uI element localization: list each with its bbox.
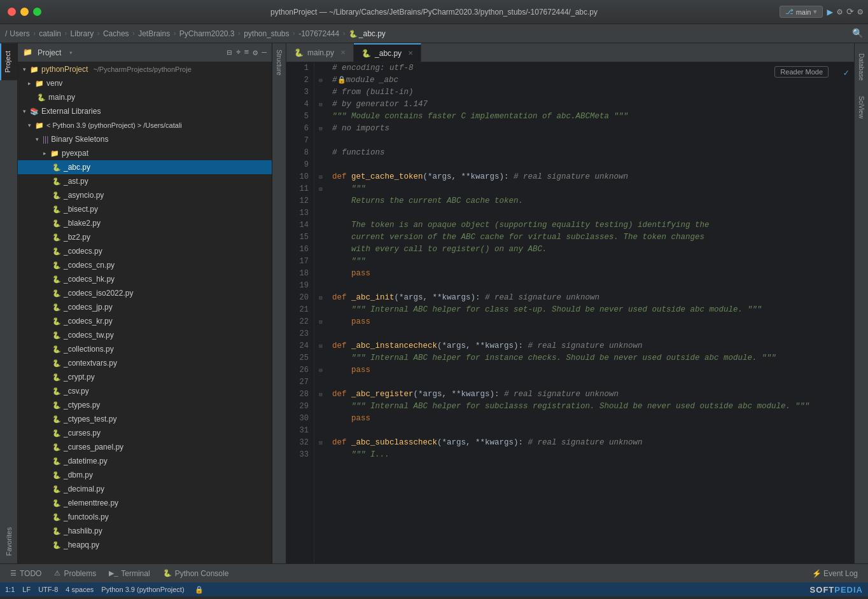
tree-item-venv[interactable]: ▸ 📁 venv: [18, 76, 272, 90]
tree-item-root[interactable]: ▾ 📁 pythonProject ~/PycharmProjects/pyth…: [18, 62, 272, 76]
event-log-tab[interactable]: ⚡ Event Log: [807, 567, 863, 581]
python-console-label: Python Console: [175, 569, 229, 578]
minimize-button[interactable]: [20, 8, 29, 16]
fold-line32[interactable]: ⊟: [319, 439, 322, 446]
reader-mode-button[interactable]: Reader Mode: [774, 66, 829, 78]
breadcrumb-stubs[interactable]: python_stubs: [244, 29, 289, 38]
build-button[interactable]: ⚙: [837, 6, 842, 17]
tree-item-dbm-py[interactable]: 🐍 _dbm.py: [18, 468, 272, 482]
fold-line10[interactable]: ⊟: [319, 174, 322, 181]
breadcrumb-pycharm[interactable]: PyCharm2020.3: [179, 29, 235, 38]
tree-item-datetime-py[interactable]: 🐍 _datetime.py: [18, 454, 272, 468]
tree-item-asyncio-py[interactable]: 🐍 _asyncio.py: [18, 188, 272, 202]
tab-close-abc[interactable]: ✕: [408, 50, 413, 57]
breadcrumb-jetbrains[interactable]: JetBrains: [138, 29, 170, 38]
breadcrumb-catalin[interactable]: catalin: [39, 29, 61, 38]
project-panel-tab[interactable]: Project: [0, 43, 17, 80]
window-controls[interactable]: [8, 8, 41, 16]
tree-item-bisect-py[interactable]: 🐍 _bisect.py: [18, 202, 272, 216]
tree-item-codecs-py[interactable]: 🐍 _codecs.py: [18, 244, 272, 258]
tree-item-python39[interactable]: ▾ 📁 < Python 3.9 (pythonProject) > /User…: [18, 118, 272, 132]
location-icon[interactable]: ⌖: [236, 48, 241, 58]
fold-line11[interactable]: ⊟: [319, 186, 322, 193]
tree-item-curses-py[interactable]: 🐍 _curses.py: [18, 426, 272, 440]
filter-icon[interactable]: ≡: [244, 48, 249, 58]
code-line-13: [332, 207, 849, 219]
python-console-tab[interactable]: 🐍 Python Console: [158, 567, 234, 581]
tree-item-contextvars-py[interactable]: 🐍 _contextvars.py: [18, 356, 272, 370]
fold-line22[interactable]: ⊟: [319, 319, 322, 326]
tree-item-bz2-py[interactable]: 🐍 _bz2.py: [18, 230, 272, 244]
tree-item-ctypes-py[interactable]: 🐍 _ctypes.py: [18, 398, 272, 412]
update-button[interactable]: ⟳: [846, 6, 854, 17]
breadcrumb-caches[interactable]: Caches: [103, 29, 129, 38]
tree-item-codecs-jp-py[interactable]: 🐍 _codecs_jp.py: [18, 300, 272, 314]
fold-line6[interactable]: ⊟: [319, 125, 322, 132]
project-title: Project: [38, 48, 61, 57]
tab-close-main[interactable]: ✕: [340, 49, 346, 56]
breadcrumb-file[interactable]: 🐍_abc.py: [349, 29, 386, 38]
collapse-all-icon[interactable]: ⊟: [227, 48, 232, 58]
tree-item-blake2-py[interactable]: 🐍 _blake2.py: [18, 216, 272, 230]
tree-item-curses-panel-py[interactable]: 🐍 _curses_panel.py: [18, 440, 272, 454]
settings-button[interactable]: ⚙: [858, 6, 863, 17]
code-line-24: def _abc_instancecheck(*args, **kwargs):…: [332, 340, 849, 352]
tab-main-py[interactable]: 🐍 main.py ✕: [286, 43, 354, 62]
fold-line2[interactable]: ⊟: [319, 77, 322, 84]
breadcrumb-users[interactable]: Users: [10, 29, 29, 38]
fold-line28[interactable]: ⊟: [319, 391, 322, 398]
tree-item-ast-py[interactable]: 🐍 _ast.py: [18, 174, 272, 188]
structure-tab[interactable]: Structure: [274, 43, 284, 82]
terminal-tab[interactable]: ▶_ Terminal: [104, 567, 155, 581]
todo-tab[interactable]: ☰ TODO: [5, 567, 46, 581]
code-line-7: [332, 135, 849, 147]
settings-icon[interactable]: ⚙: [253, 48, 258, 58]
tree-item-pyexpat[interactable]: ▸ 📁 pyexpat: [18, 146, 272, 160]
fold-line4[interactable]: ⊟: [319, 101, 322, 108]
tree-item-codecs-cn-py[interactable]: 🐍 _codecs_cn.py: [18, 258, 272, 272]
tree-item-functools-py[interactable]: 🐍 _functools.py: [18, 510, 272, 524]
tree-item-ctypes-test-py[interactable]: 🐍 _ctypes_test.py: [18, 412, 272, 426]
breadcrumb-slash: /: [5, 29, 7, 38]
breadcrumb-hash[interactable]: -107672444: [298, 29, 339, 38]
code-line-20: def _abc_init(*args, **kwargs): # real s…: [332, 292, 849, 304]
code-content[interactable]: # encoding: utf-8 #🔒module _abc # from (…: [327, 62, 854, 563]
tree-item-codecs-kr-py[interactable]: 🐍 _codecs_kr.py: [18, 314, 272, 328]
sciview-tab[interactable]: SciView: [856, 91, 867, 123]
minimize-panel-icon[interactable]: —: [262, 48, 267, 58]
branch-selector[interactable]: ⎇ main ▾: [780, 6, 823, 18]
fold-line20[interactable]: ⊟: [319, 294, 322, 301]
python-console-icon: 🐍: [163, 569, 172, 577]
maximize-button[interactable]: [33, 8, 41, 16]
favorites-tab[interactable]: Favorites: [3, 520, 15, 563]
tree-item-ext-libs[interactable]: ▾ 📚 External Libraries: [18, 104, 272, 118]
tree-item-crypt-py[interactable]: 🐍 _crypt.py: [18, 370, 272, 384]
tree-item-mainpy[interactable]: 🐍 main.py: [18, 90, 272, 104]
code-line-27: [332, 376, 849, 389]
breadcrumb-library[interactable]: Library: [71, 29, 94, 38]
problems-tab[interactable]: ⚠ Problems: [49, 567, 101, 581]
tree-item-collections-py[interactable]: 🐍 _collections.py: [18, 342, 272, 356]
tree-item-codecs-hk-py[interactable]: 🐍 _codecs_hk.py: [18, 272, 272, 286]
fold-line26[interactable]: ⊟: [319, 367, 322, 374]
tree-item-binary-skeletons[interactable]: ▾ ||| Binary Skeletons: [18, 132, 272, 146]
run-button[interactable]: ▶: [827, 6, 833, 18]
tree-item-decimal-py[interactable]: 🐍 _decimal.py: [18, 482, 272, 496]
tree-item-elementtree-py[interactable]: 🐍 _elementtree.py: [18, 496, 272, 510]
tree-item-csv-py[interactable]: 🐍 _csv.py: [18, 384, 272, 398]
tab-abc-py[interactable]: 🐍 _abc.py ✕: [354, 43, 421, 62]
fold-line24[interactable]: ⊟: [319, 343, 322, 350]
code-line-10: def get_cache_token(*args, **kwargs): # …: [332, 171, 849, 183]
database-tab[interactable]: Database: [856, 48, 867, 86]
line-numbers: 1 2 3 4 5 6 7 8 9 10 11 12 13 14 15 16 1: [286, 62, 314, 563]
status-interpreter: Python 3.9 (pythonProject): [101, 586, 184, 593]
tree-item-hashlib-py[interactable]: 🐍 _hashlib.py: [18, 524, 272, 538]
todo-label: TODO: [20, 569, 41, 578]
close-button[interactable]: [8, 8, 16, 16]
tree-item-codecs-tw-py[interactable]: 🐍 _codecs_tw.py: [18, 328, 272, 342]
tree-item-abc-py[interactable]: 🐍 _abc.py: [18, 160, 272, 174]
problems-label: Problems: [64, 569, 96, 578]
tree-item-heapq-py[interactable]: 🐍 _heapq.py: [18, 538, 272, 552]
tree-item-codecs-iso-py[interactable]: 🐍 _codecs_iso2022.py: [18, 286, 272, 300]
search-icon[interactable]: 🔍: [852, 28, 863, 39]
